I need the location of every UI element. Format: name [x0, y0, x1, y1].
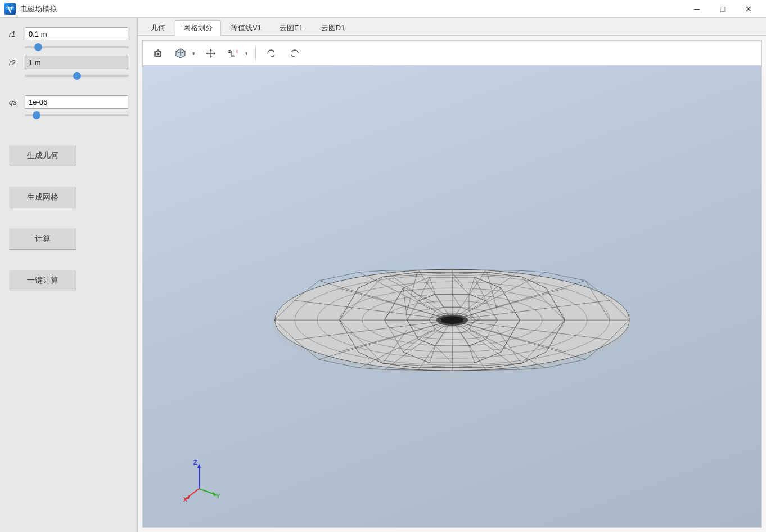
cube-icon-area — [172, 44, 190, 62]
viewer-canvas[interactable]: Z Y X — [142, 65, 762, 528]
param-r2-slider-wrap — [9, 70, 128, 79]
svg-rect-0 — [6, 7, 14, 8]
svg-marker-206 — [197, 463, 201, 468]
svg-line-53 — [359, 270, 385, 272]
param-qs-group: qs — [9, 95, 128, 118]
param-r2-label: r2 — [9, 58, 21, 67]
param-qs-input[interactable] — [25, 95, 128, 109]
calc-button[interactable]: 计算 — [9, 228, 76, 250]
spacer-2 — [9, 174, 128, 179]
svg-text:X: X — [236, 49, 238, 53]
main-layout: r1 r2 qs — [0, 18, 766, 532]
pan-button[interactable] — [200, 44, 222, 62]
left-panel: r1 r2 qs — [0, 18, 138, 532]
tab-contour[interactable]: 等值线V1 — [222, 20, 270, 35]
app-icon — [4, 3, 16, 15]
svg-point-204 — [441, 316, 463, 324]
axes-button-group[interactable]: Z Y X ▾ — [224, 44, 251, 62]
param-r1-group: r1 — [9, 27, 128, 50]
param-r1-slider[interactable] — [25, 46, 129, 48]
param-r1-row: r1 — [9, 27, 128, 40]
param-r1-input[interactable] — [25, 27, 128, 40]
rotate-cw-button[interactable] — [260, 44, 282, 62]
toolbar-separator — [255, 47, 256, 60]
param-r2-slider[interactable] — [25, 75, 129, 77]
viewer-area: ▾ Z Y — [138, 36, 766, 532]
tab-cloud1[interactable]: 云图E1 — [271, 20, 312, 35]
param-r1-slider-wrap — [9, 42, 128, 50]
svg-text:Z: Z — [193, 459, 197, 466]
svg-rect-1 — [6, 8, 14, 10]
mesh-visualization — [267, 227, 638, 381]
titlebar-controls: ─ □ ✕ — [684, 0, 762, 18]
titlebar-left: 电磁场模拟 — [4, 3, 57, 15]
tab-geom[interactable]: 几何 — [142, 20, 174, 35]
axes-dropdown-arrow[interactable]: ▾ — [242, 44, 250, 62]
one-click-button[interactable]: 一键计算 — [9, 270, 76, 291]
right-panel: 几何 网格划分 等值线V1 云图E1 云图D1 — [138, 18, 766, 532]
tab-cloud2[interactable]: 云图D1 — [313, 20, 354, 35]
param-qs-slider[interactable] — [25, 114, 129, 116]
tabs-bar: 几何 网格划分 等值线V1 云图E1 云图D1 — [138, 18, 766, 36]
svg-text:Z: Z — [228, 49, 231, 53]
param-r2-row: r2 — [9, 56, 128, 69]
svg-point-4 — [157, 52, 160, 55]
param-qs-row: qs — [9, 95, 128, 109]
svg-point-3 — [155, 51, 161, 57]
cube-button-group[interactable]: ▾ — [171, 44, 198, 62]
spacer-4 — [9, 258, 128, 262]
param-r2-input[interactable] — [25, 56, 128, 69]
spacer-1 — [9, 124, 128, 137]
gen-mesh-button[interactable]: 生成网格 — [9, 187, 76, 208]
separator-1 — [9, 87, 128, 87]
svg-line-48 — [520, 270, 545, 272]
gen-geom-button[interactable]: 生成几何 — [9, 145, 76, 166]
rotate-ccw-button[interactable] — [284, 44, 305, 62]
axes-icon-area: Z Y X — [224, 44, 242, 62]
svg-text:Y: Y — [216, 493, 220, 499]
viewer-toolbar: ▾ Z Y — [142, 40, 762, 65]
app-title: 电磁场模拟 — [20, 4, 57, 14]
svg-text:X: X — [183, 496, 188, 503]
axis-indicator: Z Y X — [182, 458, 227, 504]
param-r2-group: r2 — [9, 56, 128, 79]
spacer-3 — [9, 216, 128, 220]
svg-line-208 — [199, 489, 215, 494]
minimize-button[interactable]: ─ — [684, 0, 710, 18]
param-qs-slider-wrap — [9, 110, 128, 118]
camera-button[interactable] — [147, 44, 169, 62]
maximize-button[interactable]: □ — [710, 0, 736, 18]
titlebar: 电磁场模拟 ─ □ ✕ — [0, 0, 766, 18]
param-r1-label: r1 — [9, 30, 21, 38]
close-button[interactable]: ✕ — [736, 0, 762, 18]
param-qs-label: qs — [9, 98, 21, 106]
cube-dropdown-arrow[interactable]: ▾ — [190, 44, 197, 62]
tab-mesh[interactable]: 网格划分 — [175, 20, 221, 36]
